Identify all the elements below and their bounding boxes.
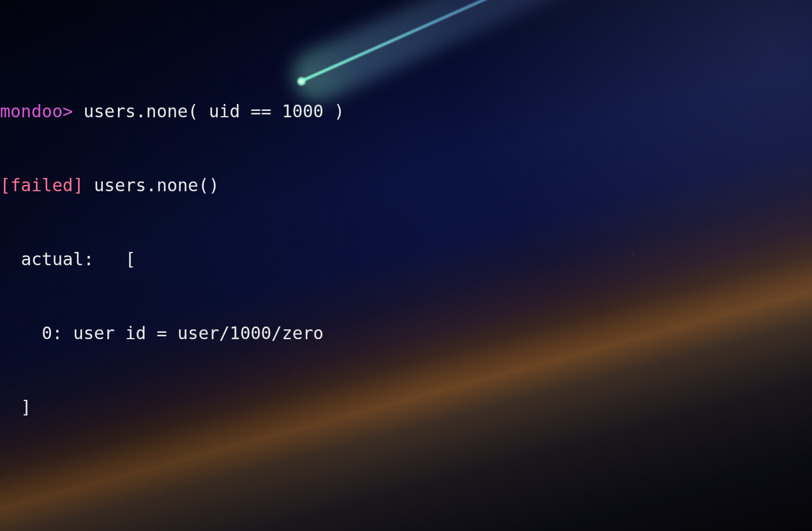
- status-failed: [failed]: [0, 175, 84, 195]
- blank-line: [0, 469, 812, 493]
- actual-open-line: actual: [: [0, 247, 812, 272]
- prompt-line: mondoo> users.none( uid == 1000 ): [0, 99, 812, 124]
- actual-close-line: ]: [0, 395, 812, 420]
- command-text: users.none( uid == 1000 ): [84, 101, 345, 121]
- list-item: 0: user id = user/1000/zero: [0, 321, 812, 346]
- result-header: users.none(): [94, 175, 220, 195]
- item-index: 0: [42, 323, 52, 343]
- shell-prompt: mondoo>: [0, 101, 73, 121]
- item-text: user id = user/1000/zero: [73, 323, 323, 343]
- terminal-output[interactable]: mondoo> users.none( uid == 1000 ) [faile…: [0, 0, 812, 531]
- result-header-line: [failed] users.none(): [0, 173, 812, 198]
- actual-label: actual:: [21, 249, 94, 269]
